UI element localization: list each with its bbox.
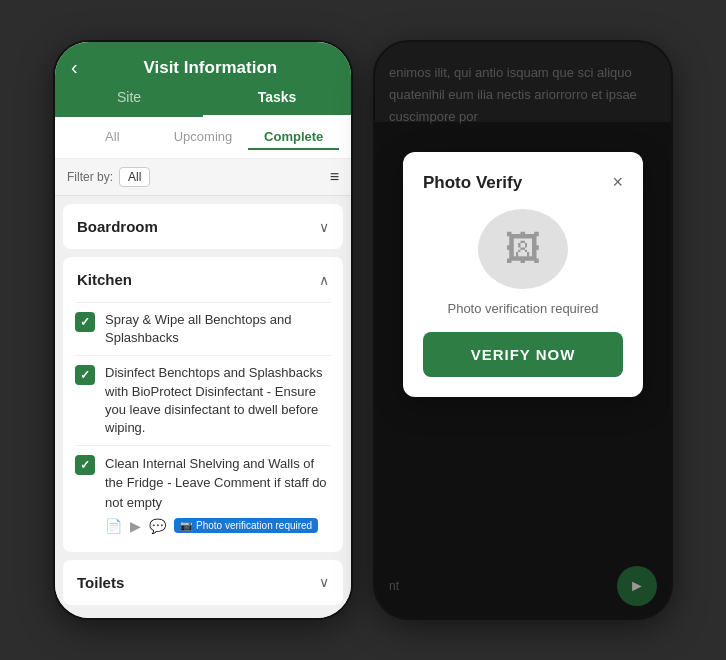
section-boardroom-header[interactable]: Boardroom ∨ bbox=[63, 204, 343, 249]
tab-tasks[interactable]: Tasks bbox=[203, 79, 351, 117]
tab-site[interactable]: Site bbox=[55, 79, 203, 117]
screen-container: ‹ Visit Information Site Tasks All Upcom… bbox=[0, 0, 726, 660]
kitchen-task-list: Spray & Wipe all Benchtops and Splashbac… bbox=[63, 302, 343, 552]
modal-header: Photo Verify × bbox=[423, 172, 623, 193]
filter-value[interactable]: All bbox=[119, 167, 150, 187]
chevron-down-icon: ∨ bbox=[319, 574, 329, 590]
document-icon[interactable]: 📄 bbox=[105, 518, 122, 534]
filter-icon[interactable]: ≡ bbox=[330, 168, 339, 186]
app-header: ‹ Visit Information bbox=[55, 42, 351, 79]
tab-upcoming[interactable]: Upcoming bbox=[158, 125, 249, 150]
task-icon-row: 📄 ▶ 💬 📷 Photo verification required bbox=[105, 518, 331, 534]
image-icon: 🖼 bbox=[505, 228, 541, 270]
photo-verify-badge-text: Photo verification required bbox=[196, 520, 312, 531]
modal-close-button[interactable]: × bbox=[612, 172, 623, 193]
modal-image-placeholder: 🖼 bbox=[478, 209, 568, 289]
verify-now-button[interactable]: VERIFY NOW bbox=[423, 332, 623, 377]
filter-by-label: Filter by: bbox=[67, 170, 113, 184]
tab-complete[interactable]: Complete bbox=[248, 125, 339, 150]
page-title: Visit Information bbox=[86, 58, 335, 78]
task-item: Clean Internal Shelving and Walls of the… bbox=[75, 445, 331, 542]
task-checkbox-3[interactable] bbox=[75, 455, 95, 475]
section-boardroom: Boardroom ∨ bbox=[63, 204, 343, 249]
task-item: Spray & Wipe all Benchtops and Splashbac… bbox=[75, 302, 331, 355]
modal-description: Photo verification required bbox=[423, 301, 623, 316]
task-text-2: Disinfect Benchtops and Splashbacks with… bbox=[105, 364, 331, 437]
section-toilets: Toilets ∨ bbox=[63, 560, 343, 605]
task-checkbox-1[interactable] bbox=[75, 312, 95, 332]
photo-verify-badge[interactable]: 📷 Photo verification required bbox=[174, 518, 318, 533]
chevron-down-icon: ∨ bbox=[319, 219, 329, 235]
task-item: Disinfect Benchtops and Splashbacks with… bbox=[75, 355, 331, 445]
section-toilets-title: Toilets bbox=[77, 574, 124, 591]
task-content-3: Clean Internal Shelving and Walls of the… bbox=[105, 454, 331, 534]
comment-icon[interactable]: 💬 bbox=[149, 518, 166, 534]
secondary-tabs: All Upcoming Complete bbox=[55, 117, 351, 159]
section-kitchen: Kitchen ∧ Spray & Wipe all Benchtops and… bbox=[63, 257, 343, 552]
phone-right: enimos ilit, qui antio isquam que sci al… bbox=[373, 40, 673, 620]
back-button[interactable]: ‹ bbox=[71, 56, 78, 79]
modal-title: Photo Verify bbox=[423, 173, 522, 193]
primary-tabs: Site Tasks bbox=[55, 79, 351, 117]
task-checkbox-2[interactable] bbox=[75, 365, 95, 385]
tab-all[interactable]: All bbox=[67, 125, 158, 150]
photo-verify-modal: Photo Verify × 🖼 Photo verification requ… bbox=[403, 152, 643, 397]
modal-overlay: Photo Verify × 🖼 Photo verification requ… bbox=[375, 122, 671, 618]
chevron-up-icon: ∧ bbox=[319, 272, 329, 288]
play-icon[interactable]: ▶ bbox=[130, 518, 141, 534]
section-boardroom-title: Boardroom bbox=[77, 218, 158, 235]
section-toilets-header[interactable]: Toilets ∨ bbox=[63, 560, 343, 605]
task-text-3: Clean Internal Shelving and Walls of the… bbox=[105, 456, 327, 509]
task-scroll-area[interactable]: Boardroom ∨ Kitchen ∧ Spray & Wipe all B… bbox=[55, 196, 351, 618]
filter-bar: Filter by: All ≡ bbox=[55, 159, 351, 196]
phone-left: ‹ Visit Information Site Tasks All Upcom… bbox=[53, 40, 353, 620]
section-kitchen-title: Kitchen bbox=[77, 271, 132, 288]
task-text-1: Spray & Wipe all Benchtops and Splashbac… bbox=[105, 311, 331, 347]
section-kitchen-header[interactable]: Kitchen ∧ bbox=[63, 257, 343, 302]
